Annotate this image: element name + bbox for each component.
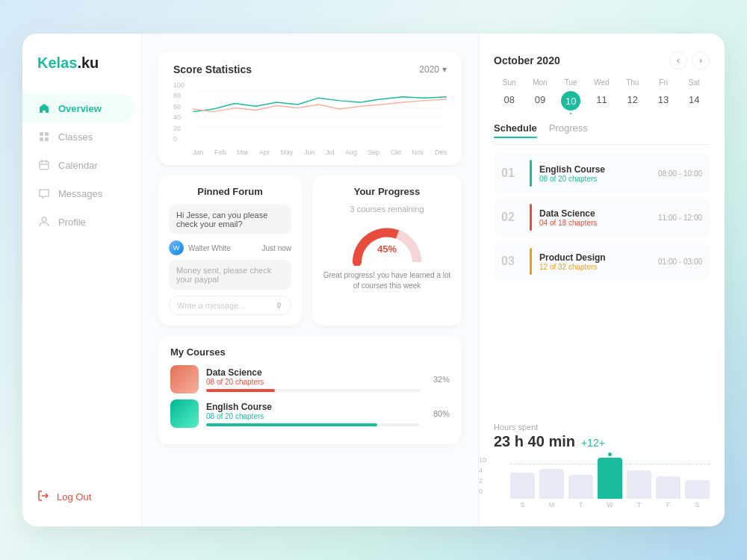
- bar-s1: [510, 473, 535, 499]
- day-name-tue: Tue: [556, 78, 586, 91]
- course-item-english: English Course 08 of 20 chapters 80%: [170, 399, 450, 428]
- sched-bar-3: [530, 248, 532, 275]
- hours-extra: +12+: [581, 437, 605, 449]
- chart-y-labels: 100806040200: [173, 81, 185, 143]
- right-panel: October 2020 ‹ › Sun Mon Tue Wed Thu Fri…: [478, 34, 725, 526]
- course-thumb-english: [170, 399, 199, 428]
- course-bar: [206, 423, 377, 426]
- hours-label: Hours spent: [494, 423, 710, 432]
- day-name-sat: Sat: [679, 78, 710, 91]
- sender-avatar: W: [169, 240, 184, 255]
- sched-time-2: 11:00 - 12:00: [658, 214, 702, 222]
- sidebar-item-classes[interactable]: Classes: [22, 122, 134, 151]
- sidebar-item-messages[interactable]: Messages: [22, 179, 134, 208]
- sidebar: Kelas.ku Overview: [22, 34, 142, 526]
- sched-bar-2: [530, 204, 532, 231]
- pinned-forum-title: Pinned Forum: [169, 186, 291, 197]
- cal-day-11[interactable]: 11: [586, 91, 617, 111]
- sidebar-item-profile[interactable]: Profile: [22, 208, 134, 236]
- cal-day-08[interactable]: 08: [494, 91, 524, 111]
- cal-day-13[interactable]: 13: [648, 91, 678, 111]
- bar-t1: [568, 475, 593, 499]
- chart-svg: [193, 81, 447, 127]
- my-courses-title: My Courses: [170, 346, 450, 358]
- course-bar-bg: [206, 423, 420, 426]
- logo: Kelas.ku: [22, 55, 141, 94]
- day-name-wed: Wed: [586, 78, 617, 91]
- course-bar-bg: [206, 389, 420, 392]
- sidebar-item-overview[interactable]: Overview: [22, 94, 134, 122]
- message-2: Money sent, please check your paypal: [169, 260, 291, 290]
- score-year-selector[interactable]: 2020 ▾: [419, 64, 447, 75]
- tab-schedule[interactable]: Schedule: [494, 122, 537, 138]
- sched-chapters-3: 12 of 32 chapters: [539, 263, 651, 271]
- cal-day-09[interactable]: 09: [524, 91, 555, 111]
- logout-icon: [37, 490, 49, 504]
- donut-chart: 45%: [350, 221, 424, 266]
- bar-w: [598, 458, 622, 499]
- sidebar-item-label: Profile: [58, 217, 86, 228]
- day-name-fri: Fri: [648, 78, 678, 91]
- course-info-english: English Course 08 of 20 chapters: [206, 402, 420, 426]
- cal-day-12[interactable]: 12: [617, 91, 648, 111]
- score-statistics-card: Score Statistics 2020 ▾ 100806040200: [158, 52, 462, 165]
- logo-ku: ku: [81, 55, 99, 71]
- day-name-thu: Thu: [617, 78, 648, 91]
- bar-col-t1: T: [568, 475, 593, 508]
- course-info-data-science: Data Science 08 of 20 chapters: [206, 367, 420, 392]
- bar-col-w: W: [598, 452, 622, 508]
- course-name: English Course: [206, 402, 420, 412]
- calendar-icon: [37, 158, 51, 172]
- calendar-section: October 2020 ‹ › Sun Mon Tue Wed Thu Fri…: [494, 52, 710, 111]
- calendar-nav: ‹ ›: [669, 52, 710, 69]
- calendar-next-button[interactable]: ›: [692, 52, 710, 69]
- bar-m: [539, 469, 564, 499]
- bar-label-f: F: [666, 501, 671, 508]
- progress-title: Your Progress: [354, 186, 421, 197]
- course-percent: 32%: [433, 375, 450, 384]
- sched-info-1: English Course 08 of 20 chapters: [539, 164, 651, 183]
- bar-label-t2: T: [637, 501, 642, 508]
- bar-label-m: M: [549, 501, 555, 508]
- grid-icon: [37, 130, 51, 143]
- calendar-prev-button[interactable]: ‹: [669, 52, 687, 69]
- sched-time-1: 08:00 - 10:00: [658, 169, 702, 178]
- cal-day-14[interactable]: 14: [679, 91, 710, 111]
- svg-rect-3: [45, 137, 49, 141]
- bar-label-w: W: [607, 501, 613, 508]
- schedule-item-3: 03 Product Design 12 of 32 chapters 01:0…: [494, 242, 710, 281]
- sched-name-3: Product Design: [539, 252, 651, 263]
- chart-x-labels: JanFebMarAprMayJun JulAugSepOktNovDes: [193, 149, 447, 156]
- course-chapters: 08 of 20 chapters: [206, 412, 420, 420]
- bar-f: [656, 476, 681, 499]
- course-thumb-data-science: [170, 365, 199, 393]
- bar-col-m: M: [539, 469, 564, 508]
- course-chapters: 08 of 20 chapters: [206, 378, 420, 386]
- progress-card: Your Progress 3 courses remaining 45% Gr…: [312, 175, 462, 326]
- hours-spent-section: Hours spent 23 h 40 min +12+ 10420 S: [494, 423, 710, 508]
- course-name: Data Science: [206, 367, 420, 378]
- main-content: Score Statistics 2020 ▾ 100806040200: [142, 34, 478, 526]
- schedule-item-1: 01 English Course 08 of 20 chapters 08:0…: [494, 154, 710, 193]
- hours-bar-chart: S M T W: [510, 456, 710, 508]
- sidebar-item-calendar[interactable]: Calendar: [22, 151, 134, 179]
- sched-chapters-2: 04 of 18 chapters: [539, 219, 651, 227]
- app-container: Kelas.ku Overview: [22, 34, 725, 526]
- cal-day-10-today[interactable]: 10: [561, 91, 580, 111]
- calendar-month: October 2020: [494, 55, 560, 66]
- bar-y-labels: 10420: [479, 456, 486, 495]
- logout-button[interactable]: Log Out: [22, 482, 141, 511]
- sched-chapters-1: 08 of 20 chapters: [539, 175, 651, 183]
- tab-progress[interactable]: Progress: [549, 122, 588, 138]
- score-title: Score Statistics: [173, 63, 252, 75]
- bar-s2: [685, 480, 710, 499]
- chevron-down-icon: ▾: [442, 64, 447, 75]
- day-name-sun: Sun: [494, 78, 524, 91]
- svg-rect-4: [40, 161, 49, 169]
- sched-num-2: 02: [501, 211, 522, 224]
- svg-rect-2: [40, 137, 43, 141]
- message-input-box[interactable]: Write a message... 🎙: [169, 296, 291, 315]
- bar-label-s1: S: [520, 501, 524, 508]
- home-icon: [37, 102, 51, 115]
- course-bar: [206, 389, 275, 392]
